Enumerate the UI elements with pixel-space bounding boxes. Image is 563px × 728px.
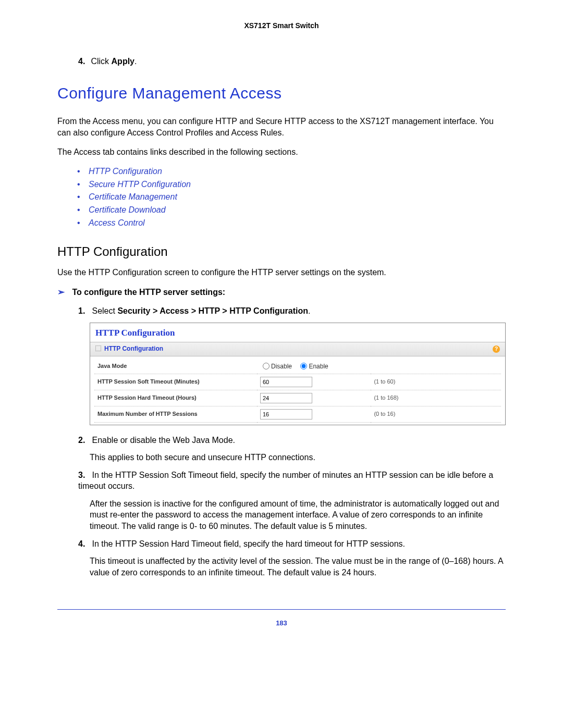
step-4-detail: This timeout is unaffected by the activi… bbox=[90, 556, 506, 578]
text: Disable bbox=[271, 363, 292, 370]
panel-subtitle: HTTP Configuration bbox=[95, 345, 163, 353]
text: Enable bbox=[309, 363, 328, 370]
top-step: 4. Click Apply. bbox=[78, 56, 506, 67]
text: . bbox=[308, 306, 310, 315]
procedure-heading: ➢ To configure the HTTP server settings: bbox=[57, 287, 506, 298]
max-sessions-input[interactable] bbox=[260, 409, 312, 419]
field-label: Java Mode bbox=[94, 359, 257, 374]
nav-path: Security > Access > HTTP > HTTP Configur… bbox=[117, 306, 308, 315]
step-text: In the HTTP Session Soft Timeout field, … bbox=[78, 471, 493, 491]
step-4: 4. In the HTTP Session Hard Timeout fiel… bbox=[78, 538, 506, 550]
field-label: HTTP Session Soft Timeout (Minutes) bbox=[94, 374, 257, 390]
page-header: XS712T Smart Switch bbox=[57, 21, 506, 30]
field-label: HTTP Session Hard Timeout (Hours) bbox=[94, 390, 257, 406]
step-1: 1. Select Security > Access > HTTP > HTT… bbox=[78, 305, 506, 317]
row-java-mode: Java Mode Disable Enable bbox=[94, 359, 501, 374]
link-certificate-download[interactable]: Certificate Download bbox=[77, 205, 506, 216]
step-3-detail: After the session is inactive for the co… bbox=[90, 498, 506, 532]
access-links-list: HTTP Configuration Secure HTTP Configura… bbox=[77, 166, 506, 229]
row-soft-timeout: HTTP Session Soft Timeout (Minutes) (1 t… bbox=[94, 374, 501, 390]
row-max-sessions: Maximum Number of HTTP Sessions (0 to 16… bbox=[94, 406, 501, 422]
row-hard-timeout: HTTP Session Hard Timeout (Hours) (1 to … bbox=[94, 390, 501, 406]
section-heading: Configure Management Access bbox=[57, 83, 506, 103]
proc-heading-text: To configure the HTTP server settings: bbox=[72, 288, 225, 297]
link-secure-http-configuration[interactable]: Secure HTTP Configuration bbox=[77, 179, 506, 190]
footer-rule bbox=[57, 609, 506, 610]
proc-arrow-icon: ➢ bbox=[57, 287, 70, 298]
link-http-configuration[interactable]: HTTP Configuration bbox=[77, 166, 506, 177]
apply-label: Apply bbox=[112, 57, 134, 66]
help-icon[interactable]: ? bbox=[493, 346, 500, 353]
subsection-heading: HTTP Configuration bbox=[57, 243, 506, 260]
step-2: 2. Enable or disable the Web Java Mode. bbox=[78, 435, 506, 446]
step-text: Enable or disable the Web Java Mode. bbox=[92, 436, 235, 445]
text: Click bbox=[91, 57, 111, 66]
text: Select bbox=[92, 306, 117, 315]
field-label: Maximum Number of HTTP Sessions bbox=[94, 406, 257, 422]
subsection-intro: Use the HTTP Configuration screen to con… bbox=[57, 267, 506, 278]
intro-para-2: The Access tab contains links described … bbox=[57, 146, 506, 158]
java-enable-radio[interactable] bbox=[300, 363, 307, 369]
link-access-control[interactable]: Access Control bbox=[77, 218, 506, 229]
step-number: 1. bbox=[78, 305, 90, 317]
step-number: 4. bbox=[78, 538, 90, 550]
hard-timeout-input[interactable] bbox=[260, 393, 312, 403]
step-2-detail: This applies to both secure and unsecure… bbox=[90, 452, 506, 463]
panel-subbar: HTTP Configuration ? bbox=[90, 342, 505, 356]
java-enable-option[interactable]: Enable bbox=[298, 363, 328, 370]
step-number: 4. bbox=[78, 56, 89, 67]
step-number: 3. bbox=[78, 470, 90, 481]
page-number: 183 bbox=[57, 619, 506, 628]
field-range: (1 to 168) bbox=[371, 390, 501, 406]
java-disable-option[interactable]: Disable bbox=[260, 363, 293, 370]
step-text: In the HTTP Session Hard Timeout field, … bbox=[92, 539, 405, 548]
java-disable-radio[interactable] bbox=[263, 363, 270, 369]
field-range: (1 to 60) bbox=[371, 374, 501, 390]
intro-para-1: From the Access menu, you can configure … bbox=[57, 116, 506, 138]
link-certificate-management[interactable]: Certificate Management bbox=[77, 192, 506, 203]
field-range: (0 to 16) bbox=[371, 406, 501, 422]
step-number: 2. bbox=[78, 435, 90, 446]
step-3: 3. In the HTTP Session Soft Timeout fiel… bbox=[78, 470, 506, 492]
panel-title: HTTP Configuration bbox=[90, 323, 505, 342]
text: . bbox=[134, 57, 137, 66]
http-config-panel: HTTP Configuration HTTP Configuration ? … bbox=[90, 323, 506, 425]
soft-timeout-input[interactable] bbox=[260, 377, 312, 387]
